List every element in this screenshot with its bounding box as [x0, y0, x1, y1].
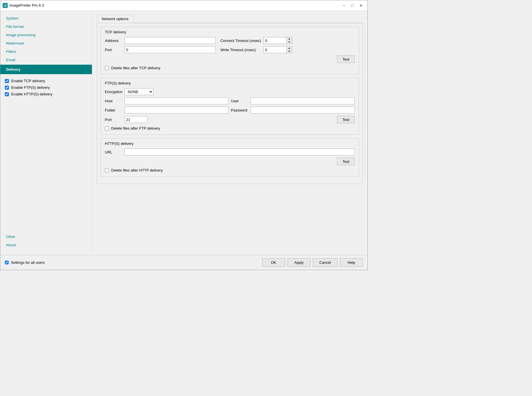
- enable-tcp-label: Enable TCP delivery: [11, 79, 45, 83]
- sidebar-bottom: Other About: [0, 232, 92, 251]
- settings-all-users-label: Settings for all users: [11, 260, 45, 265]
- http-delete-row: Delete files after HTTP delivery: [105, 168, 355, 172]
- window-content: System File format Image processing Wate…: [0, 11, 367, 255]
- ftp-port-label: Port: [105, 118, 122, 122]
- ftp-port-input[interactable]: [124, 116, 147, 123]
- help-button[interactable]: Help: [340, 258, 363, 267]
- tcp-delete-label: Delete files after TCP delivery: [111, 66, 160, 70]
- enable-http-checkbox[interactable]: [5, 92, 9, 96]
- ftp-password-label: Password: [231, 108, 248, 112]
- tcp-delete-row: Delete files after TCP delivery: [105, 66, 355, 70]
- ftp-section: FTP(S) delivery Encryption NONE SSL TLS …: [101, 78, 359, 135]
- sidebar-item-system[interactable]: System: [0, 14, 92, 22]
- http-section: HTTP(S) delivery URL Test Delete files a…: [101, 138, 359, 177]
- enable-ftp-label: Enable FTP(S) delivery: [11, 85, 50, 90]
- sidebar: System File format Image processing Wate…: [0, 11, 92, 255]
- http-url-input[interactable]: [124, 149, 355, 155]
- title-bar: 🖨 ImagePrinter Pro 6.3 − □ ✕: [0, 0, 367, 11]
- ftp-grid: Host User Folder Password: [105, 97, 355, 114]
- tcp-form: Address Connect Timeout (msec) ▲ ▼ Port: [105, 37, 355, 53]
- window-title: ImagePrinter Pro 6.3: [9, 3, 340, 7]
- tcp-section: TCP delivery Address Connect Timeout (ms…: [101, 27, 359, 74]
- window-controls: − □ ✕: [340, 1, 365, 9]
- tcp-port-input[interactable]: [124, 46, 216, 53]
- tab-bar: Network options: [97, 15, 363, 23]
- ftp-delete-row: Delete files after FTP delivery: [105, 126, 355, 130]
- ftp-delete-checkbox[interactable]: [105, 126, 109, 130]
- app-icon: 🖨: [3, 3, 8, 8]
- cancel-button[interactable]: Cancel: [313, 258, 338, 267]
- sidebar-item-filters[interactable]: Filters: [0, 47, 92, 56]
- sidebar-item-delivery[interactable]: Delivery: [0, 65, 92, 74]
- http-test-row: Test: [105, 158, 355, 165]
- ftp-encryption-select[interactable]: NONE SSL TLS: [125, 88, 153, 95]
- tcp-test-row: Test: [105, 55, 355, 63]
- main-window: 🖨 ImagePrinter Pro 6.3 − □ ✕ System File…: [0, 0, 368, 270]
- tcp-connect-timeout-down[interactable]: ▼: [287, 41, 292, 44]
- ok-button[interactable]: OK: [262, 258, 285, 267]
- enable-http-label: Enable HTTP(S) delivery: [11, 92, 53, 96]
- tcp-connect-timeout-label: Connect Timeout (msec): [220, 39, 261, 43]
- ftp-section-title: FTP(S) delivery: [105, 81, 355, 85]
- http-delete-label: Delete files after HTTP delivery: [111, 168, 163, 172]
- ftp-encryption-label: Encryption: [105, 90, 122, 94]
- enable-ftp-checkbox[interactable]: [5, 86, 9, 90]
- http-url-label: URL: [105, 150, 122, 154]
- footer-buttons: OK Apply Cancel Help: [262, 258, 363, 267]
- footer: Settings for all users OK Apply Cancel H…: [0, 255, 367, 270]
- tcp-connect-timeout-input[interactable]: [263, 37, 286, 44]
- tcp-address-input[interactable]: [124, 37, 216, 44]
- http-delete-checkbox[interactable]: [105, 168, 109, 172]
- http-test-button[interactable]: Test: [337, 158, 355, 165]
- ftp-user-label: User: [231, 99, 248, 103]
- tcp-delete-checkbox[interactable]: [105, 66, 109, 70]
- http-url-row: URL: [105, 149, 355, 155]
- minimize-button[interactable]: −: [340, 1, 348, 9]
- maximize-button[interactable]: □: [348, 1, 356, 9]
- ftp-host-input[interactable]: [124, 97, 229, 104]
- enable-ftp-row: Enable FTP(S) delivery: [5, 84, 87, 91]
- enable-tcp-checkbox[interactable]: [5, 79, 9, 83]
- ftp-delete-label: Delete files after FTP delivery: [111, 126, 160, 130]
- tcp-write-timeout-input[interactable]: [263, 46, 286, 53]
- sidebar-item-other[interactable]: Other: [0, 232, 92, 241]
- sidebar-item-email[interactable]: Email: [0, 56, 92, 64]
- tcp-write-timeout-up[interactable]: ▲: [287, 47, 292, 50]
- ftp-password-input[interactable]: [250, 107, 355, 114]
- tcp-test-button[interactable]: Test: [337, 55, 355, 63]
- ftp-encryption-row: Encryption NONE SSL TLS: [105, 88, 355, 95]
- sidebar-nav: System File format Image processing Wate…: [0, 14, 92, 232]
- tab-content: TCP delivery Address Connect Timeout (ms…: [97, 23, 363, 184]
- ftp-test-button[interactable]: Test: [337, 116, 355, 123]
- ftp-folder-input[interactable]: [124, 107, 229, 114]
- ftp-folder-label: Folder: [105, 108, 122, 112]
- enable-tcp-row: Enable TCP delivery: [5, 78, 87, 84]
- apply-button[interactable]: Apply: [288, 258, 311, 267]
- tcp-write-timeout-label: Write Timeout (msec): [220, 48, 261, 52]
- tcp-write-timeout-spinner: ▲ ▼: [263, 46, 355, 53]
- close-button[interactable]: ✕: [357, 1, 365, 9]
- tcp-address-label: Address: [105, 39, 122, 43]
- ftp-host-label: Host: [105, 99, 122, 103]
- footer-left: Settings for all users: [5, 260, 262, 265]
- ftp-user-input[interactable]: [250, 97, 355, 104]
- sidebar-checkboxes: Enable TCP delivery Enable FTP(S) delive…: [0, 75, 92, 100]
- sidebar-item-image-processing[interactable]: Image processing: [0, 31, 92, 39]
- sidebar-item-file-format[interactable]: File format: [0, 22, 92, 31]
- tcp-connect-timeout-btns: ▲ ▼: [286, 37, 292, 44]
- tcp-section-title: TCP delivery: [105, 30, 355, 34]
- settings-all-users-checkbox[interactable]: [5, 261, 9, 264]
- sidebar-item-about[interactable]: About: [0, 241, 92, 249]
- ftp-port-left: Port: [105, 116, 147, 123]
- tcp-port-label: Port: [105, 48, 122, 52]
- main-area: Network options TCP delivery Address Con…: [92, 11, 367, 255]
- tcp-write-timeout-down[interactable]: ▼: [287, 50, 292, 53]
- http-section-title: HTTP(S) delivery: [105, 141, 355, 146]
- tcp-write-timeout-btns: ▲ ▼: [286, 46, 292, 53]
- tcp-connect-timeout-up[interactable]: ▲: [287, 37, 292, 41]
- ftp-port-row: Port Test: [105, 116, 355, 123]
- tcp-connect-timeout-spinner: ▲ ▼: [263, 37, 355, 44]
- enable-http-row: Enable HTTP(S) delivery: [5, 91, 87, 97]
- tab-network-options[interactable]: Network options: [97, 15, 133, 23]
- sidebar-item-watermark[interactable]: Watermark: [0, 39, 92, 47]
